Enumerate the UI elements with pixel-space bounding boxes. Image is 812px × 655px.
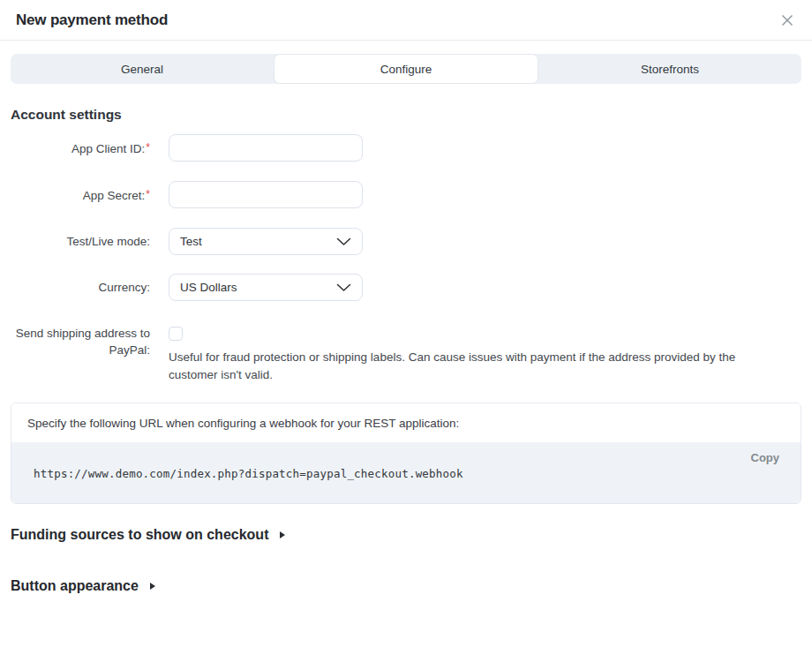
section-button-appearance[interactable]: Button appearance <box>11 578 801 594</box>
tab-general[interactable]: General <box>11 54 274 84</box>
test-live-mode-selected-value: Test <box>180 235 202 248</box>
test-live-mode-control: Test <box>169 228 363 255</box>
funding-sources-heading-text: Funding sources to show on checkout <box>11 527 268 543</box>
webhook-code-block: Copy https://www.demo.com/index.php?disp… <box>11 442 801 503</box>
chevron-down-icon <box>336 283 351 292</box>
chevron-down-icon <box>336 237 351 246</box>
currency-control: US Dollars <box>169 274 363 301</box>
send-shipping-checkbox[interactable] <box>169 327 183 341</box>
app-client-id-label: App Client ID:* <box>11 134 150 162</box>
app-client-id-label-text: App Client ID: <box>71 142 145 155</box>
webhook-info-box: Specify the following URL when configuri… <box>11 403 801 504</box>
triangle-right-icon <box>280 531 285 538</box>
form-row-test-live-mode: Test/Live mode: Test <box>11 228 801 255</box>
modal-header: New payment method <box>0 0 812 41</box>
close-icon[interactable] <box>778 11 796 29</box>
new-payment-method-modal: New payment method General Configure Sto… <box>0 0 812 594</box>
app-secret-label: App Secret:* <box>11 181 150 209</box>
modal-content: General Configure Storefronts Account se… <box>0 54 812 594</box>
required-asterisk: * <box>146 141 150 154</box>
send-shipping-label: Send shipping address to PayPal: <box>11 320 150 384</box>
test-live-mode-select[interactable]: Test <box>169 228 363 255</box>
currency-label: Currency: <box>11 274 150 301</box>
tab-storefronts[interactable]: Storefronts <box>538 54 801 84</box>
app-secret-field[interactable] <box>169 181 363 208</box>
form-row-currency: Currency: US Dollars <box>11 274 801 301</box>
app-client-id-field[interactable] <box>169 134 363 162</box>
tab-bar: General Configure Storefronts <box>11 54 801 84</box>
tab-configure[interactable]: Configure <box>274 54 538 84</box>
triangle-right-icon <box>150 583 155 590</box>
page-title: New payment method <box>16 11 168 29</box>
webhook-url: https://www.demo.com/index.php?dispatch=… <box>34 467 779 480</box>
account-settings-form: App Client ID:* App Secret:* Test/Live m… <box>11 134 801 384</box>
test-live-mode-label: Test/Live mode: <box>11 228 150 255</box>
webhook-instruction-text: Specify the following URL when configuri… <box>11 403 801 442</box>
send-shipping-help-text: Useful for fraud protection or shipping … <box>169 349 783 384</box>
section-funding-sources[interactable]: Funding sources to show on checkout <box>11 527 801 543</box>
button-appearance-heading-text: Button appearance <box>11 578 139 594</box>
app-client-id-control <box>169 134 363 162</box>
send-shipping-control: Useful for fraud protection or shipping … <box>169 320 783 384</box>
form-row-send-shipping: Send shipping address to PayPal: Useful … <box>11 320 801 384</box>
app-secret-label-text: App Secret: <box>83 189 146 202</box>
close-x-glyph <box>780 13 794 27</box>
form-row-app-secret: App Secret:* <box>11 181 801 209</box>
currency-selected-value: US Dollars <box>180 281 237 294</box>
required-asterisk: * <box>146 188 150 200</box>
copy-button[interactable]: Copy <box>34 451 779 464</box>
account-settings-heading: Account settings <box>11 107 801 123</box>
currency-select[interactable]: US Dollars <box>169 274 363 301</box>
form-row-app-client-id: App Client ID:* <box>11 134 801 162</box>
app-secret-control <box>169 181 363 209</box>
